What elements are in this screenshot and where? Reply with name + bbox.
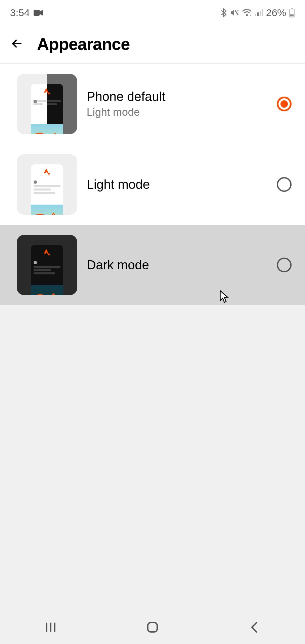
svg-rect-7 [262, 9, 263, 16]
status-battery-pct: 26% [266, 7, 286, 18]
svg-rect-14 [148, 623, 157, 632]
screen: 3:54 + 26% [0, 0, 305, 644]
app-bar: Appearance [0, 25, 305, 64]
status-time: 3:54 [10, 7, 30, 18]
option-thumb-light [17, 154, 77, 215]
back-button[interactable] [10, 37, 24, 52]
svg-rect-10 [290, 14, 294, 16]
svg-rect-5 [257, 12, 259, 16]
svg-rect-4 [255, 14, 256, 16]
option-text: Dark mode [87, 258, 267, 272]
vibrate-mute-icon [230, 8, 239, 17]
signal-icon [255, 9, 263, 17]
bluetooth-icon [220, 8, 227, 17]
nav-back-button[interactable] [246, 619, 263, 636]
status-bar: 3:54 + 26% [0, 0, 305, 25]
wifi-icon: + [242, 9, 252, 17]
nav-recents-button[interactable] [42, 619, 59, 636]
option-text: Phone default Light mode [87, 90, 267, 118]
option-light-mode[interactable]: Light mode [0, 144, 305, 225]
chevron-left-icon [249, 621, 259, 634]
home-icon [146, 621, 159, 634]
arrow-left-icon [10, 37, 24, 50]
radio-light-mode[interactable] [277, 177, 292, 192]
radio-phone-default[interactable] [277, 97, 292, 111]
status-left: 3:54 [10, 7, 43, 18]
strava-logo-icon [42, 248, 52, 258]
nav-home-button[interactable] [144, 619, 161, 636]
option-title: Phone default [87, 90, 267, 104]
option-dark-mode[interactable]: Dark mode [0, 225, 305, 305]
option-thumb-phone-default [17, 74, 77, 134]
option-phone-default[interactable]: Phone default Light mode [0, 64, 305, 144]
camera-icon [34, 9, 43, 16]
option-thumb-dark [17, 235, 77, 295]
recents-icon [45, 621, 57, 633]
page-title: Appearance [37, 35, 130, 54]
option-text: Light mode [87, 177, 267, 192]
svg-rect-9 [291, 8, 293, 9]
strava-logo-icon [42, 168, 52, 177]
svg-rect-6 [260, 11, 261, 16]
battery-icon [289, 8, 295, 18]
option-title: Light mode [87, 177, 267, 192]
svg-point-2 [246, 14, 248, 16]
svg-rect-0 [34, 10, 40, 16]
appearance-options: Phone default Light mode Light mode [0, 64, 305, 305]
svg-text:+: + [250, 14, 251, 17]
option-title: Dark mode [87, 258, 267, 272]
status-right: + 26% [220, 7, 295, 18]
content-filler [0, 305, 305, 644]
radio-dark-mode[interactable] [277, 258, 292, 272]
strava-logo-icon [42, 87, 52, 97]
option-subtitle: Light mode [87, 106, 267, 118]
system-nav-bar [0, 610, 305, 644]
